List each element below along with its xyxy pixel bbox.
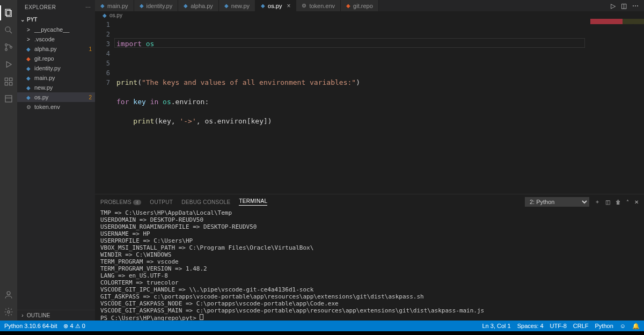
settings-gear-icon[interactable] <box>0 303 17 321</box>
svg-rect-12 <box>5 96 12 102</box>
status-bell-icon[interactable]: 🔔 <box>632 323 640 330</box>
explorer-sidebar: EXPLORER ⋯ ⌄PYT >__pycache__>.vscode◆alp… <box>17 0 95 321</box>
more-actions-icon[interactable]: ⋯ <box>632 2 639 10</box>
bottom-panel: PROBLEMS4 OUTPUT DEBUG CONSOLE TERMINAL … <box>95 194 644 321</box>
file-os.py[interactable]: ◆os.py2 <box>17 92 95 102</box>
file-icon: ◆ <box>103 12 107 18</box>
svg-point-15 <box>8 311 10 314</box>
svg-rect-9 <box>5 83 8 85</box>
split-terminal-icon[interactable]: ◫ <box>605 199 610 205</box>
status-problems[interactable]: ⊗ 4 ⚠ 0 <box>63 323 85 330</box>
svg-point-5 <box>5 49 8 51</box>
breadcrumb-file: os.py <box>109 12 122 18</box>
tab-main.py[interactable]: ◆main.py <box>95 0 134 11</box>
outline-section[interactable]: ›OUTLINE <box>17 310 95 321</box>
editor-area: ◆main.py◆identity.py◆alpha.py◆new.py◆os.… <box>95 0 644 321</box>
svg-rect-10 <box>10 83 12 85</box>
status-spaces[interactable]: Spaces: 4 <box>517 323 544 329</box>
tab-output[interactable]: OUTPUT <box>150 199 173 205</box>
new-terminal-icon[interactable]: ＋ <box>595 198 600 206</box>
panel-tabs: PROBLEMS4 OUTPUT DEBUG CONSOLE TERMINAL … <box>95 194 644 209</box>
run-icon[interactable]: ▷ <box>611 2 616 10</box>
explorer-icon[interactable] <box>0 4 17 21</box>
sidebar-title: EXPLORER ⋯ <box>17 0 95 14</box>
activity-bar <box>0 0 17 321</box>
tab-debug-console[interactable]: DEBUG CONSOLE <box>181 199 230 205</box>
svg-rect-11 <box>10 78 12 81</box>
tab-git.repo[interactable]: ◆git.repo <box>341 0 379 11</box>
svg-line-3 <box>10 31 12 33</box>
file-git.repo[interactable]: ◆git.repo <box>17 54 95 63</box>
file-identity.py[interactable]: ◆identity.py <box>17 63 95 73</box>
line-gutter: 1234567 <box>95 19 116 194</box>
split-editor-icon[interactable]: ◫ <box>621 2 627 10</box>
tab-new.py[interactable]: ◆new.py <box>219 0 255 11</box>
svg-point-6 <box>10 46 12 48</box>
code-editor[interactable]: 1234567 import os print("The keys and va… <box>95 19 644 194</box>
code-lines[interactable]: import os print("The keys and values of … <box>116 19 644 194</box>
status-language[interactable]: Python <box>595 323 613 329</box>
project-root[interactable]: ⌄PYT <box>17 14 95 25</box>
tab-os.py[interactable]: ◆os.py× <box>255 0 296 11</box>
terminal-selector[interactable]: 2: Python <box>525 197 589 207</box>
status-bar: Python 3.10.6 64-bit ⊗ 4 ⚠ 0 Ln 3, Col 1… <box>0 321 644 331</box>
terminal-output[interactable]: TMP => C:\Users\HP\AppData\Local\TempUSE… <box>95 209 644 321</box>
status-feedback-icon[interactable]: ☺ <box>620 323 626 329</box>
close-panel-icon[interactable]: ✕ <box>634 199 639 205</box>
account-icon[interactable] <box>0 286 17 303</box>
extensions-icon[interactable] <box>0 73 17 90</box>
run-debug-icon[interactable] <box>0 56 17 73</box>
file-main.py[interactable]: ◆main.py <box>17 73 95 83</box>
close-tab-icon[interactable]: × <box>287 2 290 10</box>
file-tree: >__pycache__>.vscode◆alpha.py1◆git.repo◆… <box>17 25 95 112</box>
breadcrumb[interactable]: ◆ os.py <box>95 11 644 19</box>
editor-tabs: ◆main.py◆identity.py◆alpha.py◆new.py◆os.… <box>95 0 644 11</box>
status-eol[interactable]: CRLF <box>573 323 589 329</box>
maximize-panel-icon[interactable]: ˄ <box>626 199 629 205</box>
taskbar <box>0 331 644 335</box>
status-encoding[interactable]: UTF-8 <box>550 323 567 329</box>
file-.vscode[interactable]: >.vscode <box>17 34 95 44</box>
status-ln-col[interactable]: Ln 3, Col 1 <box>482 323 510 329</box>
svg-point-4 <box>5 44 8 46</box>
svg-rect-8 <box>5 78 8 81</box>
search-icon[interactable] <box>0 21 17 39</box>
tab-alpha.py[interactable]: ◆alpha.py <box>178 0 219 11</box>
file-new.py[interactable]: ◆new.py <box>17 83 95 92</box>
file-token.env[interactable]: ⚙token.env <box>17 102 95 112</box>
minimap[interactable] <box>590 19 644 24</box>
kill-terminal-icon[interactable]: 🗑 <box>616 199 621 205</box>
status-python[interactable]: Python 3.10.6 64-bit <box>4 323 57 329</box>
file-__pycache__[interactable]: >__pycache__ <box>17 25 95 34</box>
svg-point-2 <box>5 27 10 32</box>
tab-terminal[interactable]: TERMINAL <box>239 198 267 206</box>
layout-icon[interactable] <box>0 90 17 107</box>
file-alpha.py[interactable]: ◆alpha.py1 <box>17 44 95 54</box>
tab-identity.py[interactable]: ◆identity.py <box>134 0 179 11</box>
svg-marker-7 <box>6 62 11 68</box>
source-control-icon[interactable] <box>0 39 17 56</box>
sidebar-more-icon[interactable]: ⋯ <box>85 4 91 10</box>
tab-token.env[interactable]: ⚙token.env <box>296 0 341 11</box>
svg-point-14 <box>7 292 10 295</box>
tab-problems[interactable]: PROBLEMS4 <box>100 199 141 205</box>
